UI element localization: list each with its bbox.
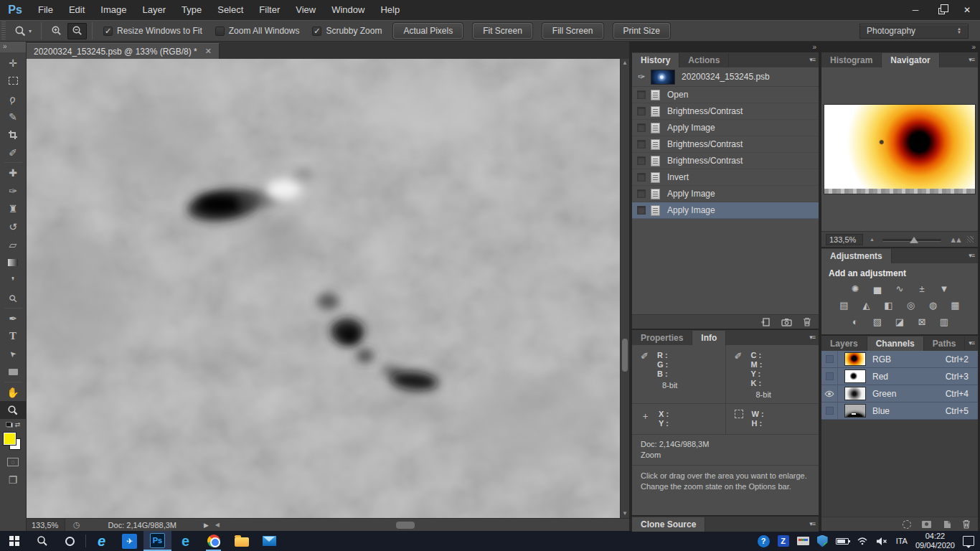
close-icon[interactable]: ✕ — [205, 47, 212, 56]
scrubby-zoom-checkbox[interactable]: ✓ Scrubby Zoom — [312, 26, 382, 36]
tab-history[interactable]: History — [632, 53, 679, 67]
scroll-down-icon[interactable]: ▼ — [621, 509, 629, 518]
zoom-tool[interactable] — [0, 401, 26, 419]
tray-volume-muted-icon[interactable] — [876, 537, 888, 546]
tab-info[interactable]: Info — [692, 331, 726, 345]
vertical-scroll-thumb[interactable] — [622, 339, 628, 372]
visibility-toggle[interactable] — [821, 351, 838, 367]
history-brush-source-icon[interactable]: ✑ — [632, 72, 651, 82]
menu-filter[interactable]: Filter — [251, 0, 288, 20]
close-button[interactable]: ✕ — [954, 0, 980, 20]
black-white-icon[interactable]: ◧ — [880, 297, 897, 314]
panel-menu-icon[interactable]: ▾≡ — [969, 339, 974, 347]
workspace-switcher[interactable]: Photography ▲▼ — [859, 24, 969, 39]
visibility-toggle[interactable] — [821, 402, 838, 419]
scroll-up-icon[interactable]: ▲ — [621, 59, 629, 67]
tray-wifi-icon[interactable] — [857, 537, 868, 545]
history-step-apply-image-2[interactable]: Apply Image — [632, 186, 819, 202]
history-step-apply-image-3-selected[interactable]: Apply Image — [632, 202, 819, 219]
panel-menu-icon[interactable]: ▾≡ — [809, 334, 815, 341]
taskbar-app-blue[interactable]: ✈ — [116, 531, 143, 551]
menu-type[interactable]: Type — [174, 0, 209, 20]
rectangular-marquee-tool[interactable] — [0, 72, 26, 90]
tray-security-shield-icon[interactable]: ✓ — [817, 535, 828, 547]
photo-filter-icon[interactable]: ◎ — [903, 297, 920, 314]
channel-mixer-icon[interactable]: ◍ — [925, 297, 942, 314]
lasso-tool[interactable]: ϙ — [0, 90, 26, 108]
taskbar-chrome[interactable] — [199, 531, 227, 551]
dodge-tool[interactable]: ⚲ — [0, 289, 26, 307]
tab-navigator[interactable]: Navigator — [882, 53, 939, 67]
history-source-well[interactable] — [637, 206, 646, 215]
horizontal-scrollbar[interactable]: ◀ — [213, 519, 629, 531]
tab-channels[interactable]: Channels — [867, 336, 924, 351]
tray-language-indicator[interactable]: ITA — [896, 537, 908, 545]
delete-trash-icon[interactable] — [962, 519, 971, 529]
blur-tool[interactable]: ❜ — [0, 271, 26, 289]
curves-icon[interactable]: ∿ — [891, 281, 908, 297]
eraser-tool[interactable]: ▱ — [0, 235, 26, 253]
path-selection-tool[interactable]: ➤ — [0, 345, 26, 363]
zoom-in-large-icon[interactable]: ▲▲ — [949, 235, 961, 244]
canvas-image[interactable] — [27, 59, 620, 518]
taskbar-mail[interactable] — [255, 531, 283, 551]
panel-menu-icon[interactable]: ▾≡ — [969, 252, 974, 259]
hand-tool[interactable]: ✋ — [0, 383, 26, 401]
color-lookup-icon[interactable]: ▦ — [947, 297, 964, 314]
eyedropper-icon[interactable]: ✐ — [735, 351, 743, 388]
history-step-brightness-contrast-1[interactable]: Brightness/Contrast — [632, 103, 819, 120]
pen-tool[interactable]: ✒ — [0, 309, 26, 327]
action-center-icon[interactable] — [963, 536, 974, 546]
menu-select[interactable]: Select — [209, 0, 251, 20]
history-step-brightness-contrast-2[interactable]: Brightness/Contrast — [632, 136, 819, 153]
taskbar-edge[interactable]: e — [88, 531, 116, 551]
history-source-well[interactable] — [637, 189, 646, 198]
tray-clock[interactable]: 04:22 09/04/2020 — [915, 532, 955, 550]
history-step-open[interactable]: Open — [632, 87, 819, 103]
swap-colors-icon[interactable]: ⇄ — [15, 421, 21, 428]
document-tab[interactable]: 20200324_153245.psb @ 133% (RGB/8) * ✕ — [27, 43, 220, 59]
history-brush-tool[interactable]: ↺ — [0, 217, 26, 235]
exposure-icon[interactable]: ± — [913, 281, 930, 297]
taskbar-search-button[interactable] — [28, 531, 56, 551]
history-source-well[interactable] — [637, 173, 646, 182]
history-step-invert[interactable]: Invert — [632, 169, 819, 186]
gradient-map-icon[interactable]: ▥ — [936, 314, 953, 330]
zoom-out-button[interactable] — [67, 23, 87, 39]
history-source-well[interactable] — [637, 140, 646, 149]
foreground-color-swatch[interactable] — [4, 433, 16, 445]
collapse-dock-icon[interactable]: » — [812, 43, 816, 51]
resize-windows-checkbox[interactable]: ✓ Resize Windows to Fit — [103, 26, 202, 36]
channel-row-rgb[interactable]: RGB Ctrl+2 — [821, 351, 978, 368]
tray-battery-icon[interactable] — [836, 538, 849, 545]
vibrance-icon[interactable]: ▼ — [936, 281, 953, 297]
print-size-button[interactable]: Print Size — [613, 23, 670, 39]
toolbar-collapse-icon[interactable]: » — [0, 42, 26, 52]
minimize-button[interactable]: ─ — [903, 0, 928, 20]
clone-stamp-tool[interactable]: ♜ — [0, 199, 26, 217]
panel-menu-icon[interactable]: ▾≡ — [809, 520, 815, 527]
tray-help-icon[interactable]: ? — [758, 535, 770, 547]
panel-menu-icon[interactable]: ▾≡ — [969, 56, 974, 63]
brush-tool[interactable]: ✑ — [0, 182, 26, 199]
history-source-well[interactable] — [637, 156, 646, 165]
visibility-toggle[interactable] — [821, 368, 838, 385]
cortana-button[interactable] — [56, 531, 84, 551]
history-snapshot-row[interactable]: ✑ 20200324_153245.psb — [632, 67, 819, 87]
taskbar-internet-explorer[interactable]: e — [171, 531, 199, 551]
rectangle-tool[interactable] — [0, 363, 26, 381]
crop-tool[interactable] — [0, 126, 26, 143]
quick-selection-tool[interactable]: ✎ — [0, 108, 26, 126]
channel-row-blue[interactable]: Blue Ctrl+5 — [821, 402, 978, 420]
load-selection-icon[interactable] — [903, 520, 911, 529]
new-snapshot-camera-icon[interactable] — [781, 318, 792, 326]
quick-mask-button[interactable]: ◌ — [0, 453, 26, 471]
brightness-contrast-icon[interactable]: ✺ — [847, 281, 864, 297]
posterize-icon[interactable]: ▨ — [869, 314, 886, 330]
navigator-preview-image[interactable] — [824, 104, 976, 194]
channel-row-red[interactable]: Red Ctrl+3 — [821, 368, 978, 385]
move-tool[interactable]: ✛ — [0, 54, 26, 72]
menu-image[interactable]: Image — [93, 0, 134, 20]
default-colors-icon[interactable] — [6, 422, 13, 428]
visibility-toggle[interactable] — [821, 385, 838, 402]
